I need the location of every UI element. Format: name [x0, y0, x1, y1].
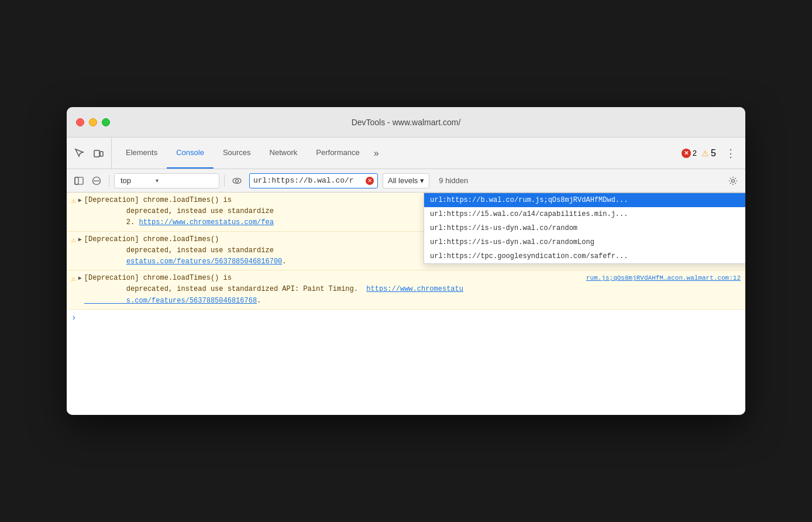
more-tabs-button[interactable]: »	[369, 138, 384, 169]
prompt-arrow-icon[interactable]: ›	[71, 313, 76, 322]
window-title: DevTools - www.walmart.com/	[352, 118, 461, 127]
filter-input-wrapper: ✕	[249, 173, 378, 188]
context-select[interactable]: top	[118, 173, 153, 188]
svg-point-6	[233, 178, 241, 183]
console-message-3: ⚠ ▶ [Deprecation] chrome.loadTimes() is …	[67, 270, 745, 310]
toolbar-divider-1	[109, 175, 109, 187]
error-count: 2	[693, 149, 697, 157]
warning-icon-3: ⚠	[71, 273, 76, 286]
titlebar: DevTools - www.walmart.com/	[67, 107, 745, 138]
warning-icon-2: ⚠	[71, 235, 76, 247]
expand-arrow-2[interactable]: ▶	[78, 235, 82, 245]
expand-arrow-1[interactable]: ▶	[78, 196, 82, 205]
autocomplete-dropdown: url:https://b.wal.co/rum.js;qOs8mjRVdAHf…	[424, 193, 745, 264]
error-count-badge[interactable]: ✕ 2	[682, 149, 697, 158]
inspect-icon-button[interactable]	[71, 145, 88, 162]
maximize-button[interactable]	[102, 118, 110, 126]
console-input-line: ›	[67, 310, 745, 326]
svg-rect-3	[75, 177, 83, 184]
level-arrow-icon: ▾	[420, 176, 424, 185]
sidebar-toggle-button[interactable]	[71, 173, 87, 188]
tab-network[interactable]: Network	[260, 138, 307, 169]
console-toolbar: top ▾ ✕ All levels ▾ 9 hidden	[67, 169, 745, 193]
console-messages: ⚠ ▶ [Deprecation] chrome.loadTimes() is …	[67, 193, 745, 310]
warning-count: 5	[711, 148, 716, 159]
filter-clear-button[interactable]: ✕	[366, 177, 374, 185]
svg-point-8	[732, 179, 735, 182]
tabbar: Elements Console Sources Network Perform…	[67, 138, 745, 169]
level-select-wrapper[interactable]: All levels ▾	[383, 173, 429, 188]
expand-arrow-3[interactable]: ▶	[78, 274, 82, 283]
settings-gear-button[interactable]	[725, 173, 741, 188]
msg-source-link-3[interactable]: rum.js;qOs8mjRVdAHfM…acon.walmart.com:12	[586, 274, 741, 281]
level-label: All levels	[388, 176, 418, 185]
filter-area: ✕ All levels ▾ 9 hidden	[249, 173, 468, 188]
autocomplete-item-2[interactable]: url:https://is-us-dyn.wal.co/random	[424, 221, 745, 235]
warning-count-badge[interactable]: ⚠ 5	[701, 148, 716, 159]
minimize-button[interactable]	[89, 118, 97, 126]
device-mode-button[interactable]	[90, 145, 106, 162]
tab-performance[interactable]: Performance	[307, 138, 369, 169]
context-selector-wrapper: top ▾	[114, 173, 219, 188]
msg-source-3: rum.js;qOs8mjRVdAHfM…acon.walmart.com:12	[586, 273, 741, 284]
svg-point-7	[236, 179, 239, 182]
tab-sources[interactable]: Sources	[214, 138, 260, 169]
more-menu-button[interactable]: ⋮	[721, 147, 741, 160]
eye-button[interactable]	[229, 173, 245, 188]
msg-link-3a[interactable]: https://www.chromestatu s.com/features/5…	[84, 285, 463, 304]
context-arrow-icon: ▾	[156, 177, 159, 184]
autocomplete-item-4[interactable]: url:https://tpc.googlesyndication.com/sa…	[424, 249, 745, 263]
clear-console-button[interactable]	[89, 173, 104, 188]
error-icon: ✕	[682, 149, 691, 158]
toolbar-divider-2	[224, 175, 225, 187]
msg-text-3: [Deprecation] chrome.loadTimes() is depr…	[84, 273, 582, 307]
traffic-lights	[76, 118, 110, 126]
svg-rect-2	[75, 177, 78, 184]
tab-console[interactable]: Console	[167, 138, 214, 169]
svg-rect-1	[100, 152, 103, 156]
tab-elements[interactable]: Elements	[116, 138, 167, 169]
warning-triangle-icon: ⚠	[701, 149, 709, 158]
msg-link-1[interactable]: https://www.chromestatus.com/fea	[139, 218, 273, 226]
tabbar-icons	[71, 138, 112, 169]
autocomplete-item-1[interactable]: url:https://i5.wal.co/a14/capabilities.m…	[424, 207, 745, 221]
close-button[interactable]	[76, 118, 84, 126]
warning-icon-1: ⚠	[71, 195, 76, 208]
devtools-window: DevTools - www.walmart.com/ Elements Con…	[67, 107, 745, 415]
error-warning-counts: ✕ 2 ⚠ 5 ⋮	[682, 138, 741, 169]
filter-input[interactable]	[253, 176, 366, 185]
autocomplete-item-3[interactable]: url:https://is-us-dyn.wal.co/randomLong	[424, 235, 745, 249]
console-content: ⚠ ▶ [Deprecation] chrome.loadTimes() is …	[67, 193, 745, 415]
msg-link-2[interactable]: estatus.com/features/5637885046816700	[126, 257, 282, 266]
autocomplete-item-0[interactable]: url:https://b.wal.co/rum.js;qOs8mjRVdAHf…	[424, 193, 745, 207]
svg-rect-0	[94, 150, 99, 157]
hidden-count: 9 hidden	[439, 176, 468, 185]
